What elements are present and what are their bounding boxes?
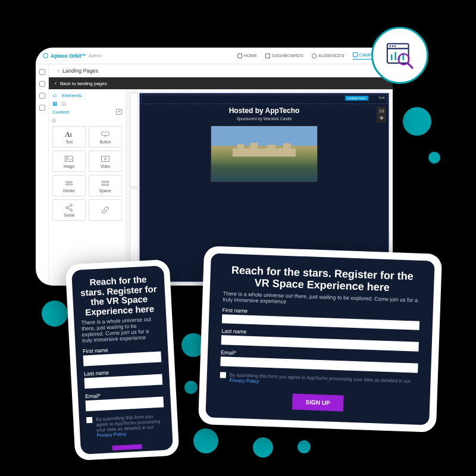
text-icon: AI	[65, 130, 73, 139]
rail-icon-2[interactable]	[39, 81, 45, 87]
decoration-dot	[403, 107, 431, 136]
element-video[interactable]: Video	[89, 151, 122, 172]
share-icon	[65, 203, 73, 212]
element-social[interactable]: Social	[52, 199, 86, 221]
rail-icon-3[interactable]	[39, 93, 45, 99]
nav-audiences[interactable]: AUDIENCES	[312, 52, 345, 60]
edit-link[interactable]: Edit	[379, 96, 385, 99]
phone-form: Reach for the stars. Register for the VR…	[71, 265, 173, 455]
svg-rect-1	[65, 156, 73, 161]
brand-logo	[43, 53, 48, 58]
decoration-dot	[428, 152, 440, 164]
el-label: Button	[100, 140, 111, 144]
subtab-icon-2[interactable]: ▤	[61, 101, 67, 107]
tab-elements[interactable]: Elements	[62, 93, 82, 98]
el-label: Spacer	[99, 189, 112, 193]
svg-rect-5	[65, 184, 73, 185]
preview-title: Hosted by AppTecho	[229, 107, 300, 115]
decoration-dot	[184, 381, 198, 394]
elements-panel: ▭ Elements ▦ ▤ Content + ⚙ AI	[49, 89, 126, 286]
app-topbar: Apteco Orbit™ Apteco HOME DASHBOARDS AUD…	[36, 48, 393, 64]
link-icon	[101, 206, 109, 214]
svg-rect-0	[102, 131, 109, 135]
svg-rect-6	[102, 181, 109, 182]
spacer-icon	[101, 179, 109, 187]
chevron-left-icon[interactable]: ‹	[57, 68, 59, 74]
form-desc: There is a whole universe out there, jus…	[81, 316, 160, 344]
count-badge: 10	[379, 108, 384, 114]
el-label: Text	[65, 140, 73, 144]
back-bar-label: Back to landing pages	[60, 81, 107, 86]
nav-home-label: HOME	[244, 53, 258, 58]
left-rail	[36, 64, 49, 286]
privacy-policy-link[interactable]: Privacy Policy	[96, 431, 126, 439]
add-element-button[interactable]: +	[116, 109, 122, 115]
image-icon	[65, 155, 73, 163]
svg-point-14	[392, 45, 394, 47]
element-link[interactable]	[89, 199, 122, 221]
divider-icon	[65, 179, 73, 187]
rail-seg[interactable]	[130, 93, 138, 187]
tablet-form: Reach for the stars. Register for the VR…	[205, 253, 434, 425]
nav-dashboards[interactable]: DASHBOARDS	[265, 52, 303, 60]
consent-pre: By submitting this form you agree to App…	[96, 414, 160, 433]
analytics-search-icon	[384, 40, 415, 71]
form-heading: Reach for the stars. Register for the VR…	[223, 264, 421, 295]
signup-button[interactable]: SIGN UP	[292, 393, 343, 411]
subtab-icon-1[interactable]: ▦	[52, 101, 58, 107]
page-title: Landing Pages	[62, 68, 98, 74]
tool-move-icon[interactable]: ✥	[379, 115, 384, 121]
analytics-badge	[371, 27, 428, 84]
button-icon	[101, 130, 109, 139]
home-icon	[237, 54, 242, 58]
content-heading: Content	[52, 109, 69, 115]
svg-point-9	[70, 204, 73, 206]
consent-checkbox[interactable]	[220, 372, 226, 378]
rail-icon-1[interactable]	[39, 69, 45, 75]
brand-sub: Apteco	[89, 54, 102, 58]
campaigns-icon	[353, 52, 358, 57]
consent-text: By submitting this form you agree to App…	[229, 372, 417, 390]
svg-point-13	[389, 45, 391, 47]
elements-grid: AI Text Button Image	[52, 126, 122, 221]
decoration-dot	[42, 300, 68, 327]
svg-rect-4	[65, 181, 73, 183]
canvas-rail	[130, 93, 138, 282]
consent-checkbox[interactable]	[86, 417, 93, 424]
tablet-mockup: Reach for the stars. Register for the VR…	[198, 246, 442, 433]
form-heading: Reach for the stars. Register for the VR…	[79, 274, 159, 318]
breadcrumb: ‹ Landing Pages	[49, 64, 393, 77]
settings-icon[interactable]: ⚙	[51, 117, 57, 124]
privacy-policy-link[interactable]: Privacy Policy	[229, 378, 259, 384]
nav-aud-label: AUDIENCES	[318, 53, 345, 58]
consent-row: By submitting this form you agree to App…	[86, 413, 165, 439]
dashboard-icon	[265, 54, 270, 58]
elements-tabs: ▭ Elements	[52, 93, 122, 98]
preview-image	[211, 126, 318, 182]
svg-point-10	[70, 209, 73, 211]
decoration-dot	[298, 440, 311, 453]
svg-point-15	[394, 45, 396, 47]
back-bar[interactable]: ‹ Back to landing pages	[49, 77, 393, 89]
layout-tab-icon[interactable]: ▭	[52, 93, 57, 98]
el-label: Social	[64, 213, 74, 217]
element-image[interactable]: Image	[52, 151, 86, 172]
decoration-dot	[193, 428, 218, 453]
video-icon	[101, 155, 109, 163]
element-divider[interactable]: Divider	[52, 175, 86, 196]
signup-button[interactable]	[112, 444, 142, 450]
el-label: Video	[101, 164, 111, 168]
svg-line-21	[408, 63, 412, 68]
svg-point-2	[67, 157, 68, 158]
nav-dash-label: DASHBOARDS	[272, 53, 303, 58]
rail-icon-4[interactable]	[39, 105, 45, 111]
el-label: Image	[64, 164, 74, 168]
element-text[interactable]: AI Text	[52, 126, 86, 148]
el-label: Divider	[63, 189, 75, 193]
decoration-dot	[253, 437, 273, 458]
nav-home[interactable]: HOME	[237, 52, 258, 60]
linked-form-badge: Linked form	[345, 96, 368, 101]
element-button[interactable]: Button	[89, 126, 122, 148]
element-spacer[interactable]: Spacer	[89, 175, 122, 196]
phone-mockup: Reach for the stars. Register for the VR…	[65, 259, 179, 461]
